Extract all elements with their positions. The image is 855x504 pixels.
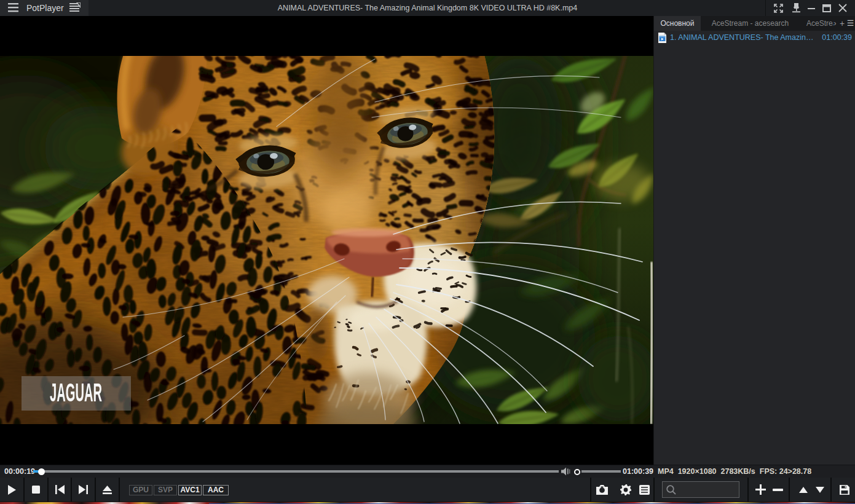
svg-text:JAGUAR: JAGUAR (50, 378, 102, 407)
